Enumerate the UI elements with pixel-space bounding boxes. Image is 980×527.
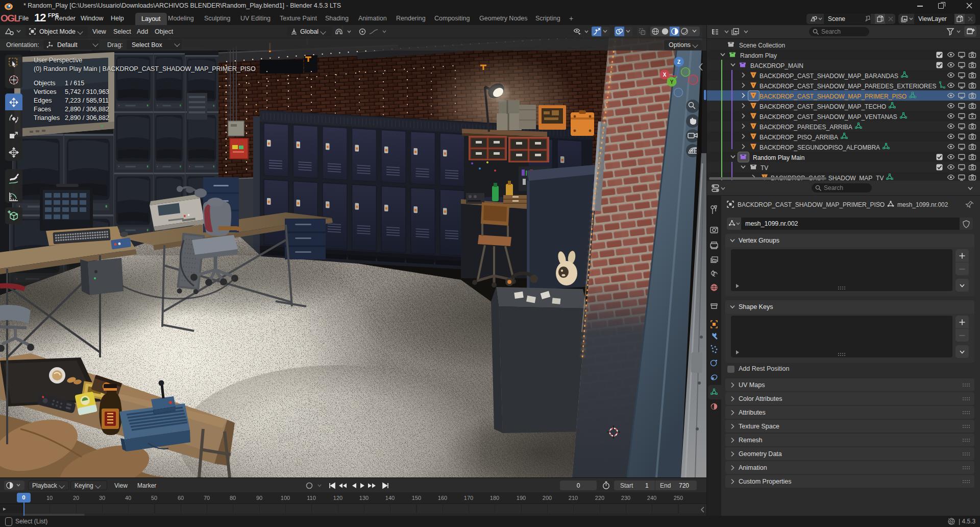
svg-text:Y: Y (670, 79, 674, 85)
svg-text:X: X (663, 72, 667, 78)
svg-text:Z: Z (677, 59, 680, 65)
